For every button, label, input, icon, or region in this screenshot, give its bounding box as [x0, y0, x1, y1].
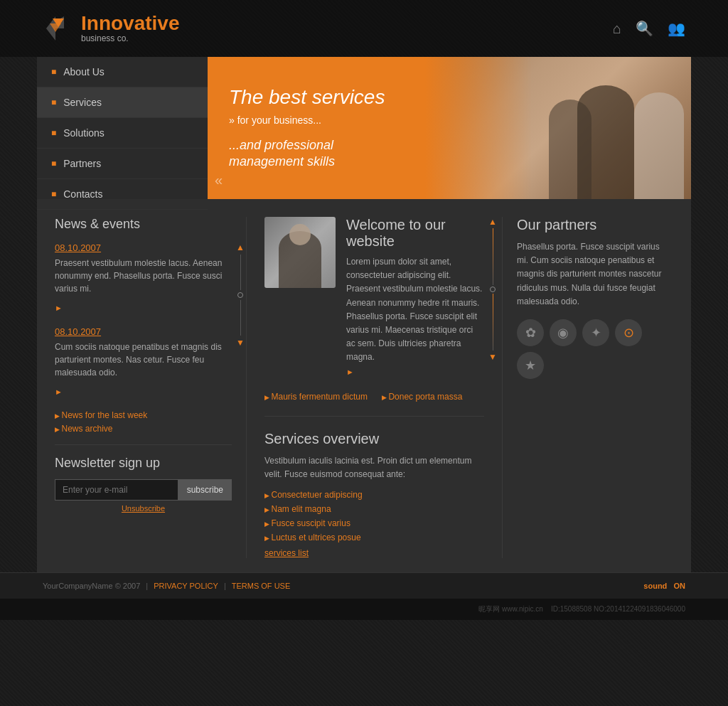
news-date-1[interactable]: 08.10.2007 [55, 242, 232, 253]
partner-icon-1[interactable]: ✿ [517, 319, 544, 346]
mid-scroll-down[interactable]: ▼ [488, 352, 497, 362]
partner-icons: ✿ ◉ ✦ ⊙ ★ [517, 319, 673, 379]
services-list-link[interactable]: services list [264, 548, 484, 558]
partners-title: Our partners [517, 217, 673, 233]
partner-icon-4[interactable]: ⊙ [615, 319, 642, 346]
nav-banner: ■ About Us ■ Services ■ Solutions [37, 57, 691, 199]
nav-item-partners[interactable]: ■ Partners [37, 149, 208, 179]
header: Innovative business co. ⌂ 🔍 👥 [0, 0, 728, 57]
banner-prev-button[interactable]: « [208, 169, 230, 192]
news-text-1: Praesent vestibulum molestie lacus. Aene… [55, 257, 232, 295]
banner-image [425, 57, 691, 199]
logo-icon [43, 13, 74, 44]
partner-icon-2[interactable]: ◉ [550, 319, 577, 346]
scroll-down-arrow-1[interactable]: ▼ [236, 338, 245, 348]
service-link-2[interactable]: Nam elit magna [264, 504, 484, 514]
footer-privacy-link[interactable]: PRIVACY POLICY [154, 582, 218, 590]
scroll-bar-2 [240, 300, 241, 336]
newsletter-section: Newsletter sign up subscribe Unsubscribe [55, 456, 232, 513]
left-column: News & events 08.10.2007 Praesent vestib… [55, 217, 247, 558]
main-nav: ■ About Us ■ Services ■ Solutions [37, 57, 208, 199]
newsletter-form: subscribe [55, 479, 232, 501]
nav-label-about: About Us [63, 66, 105, 77]
nav-item-about[interactable]: ■ About Us [37, 57, 208, 87]
news-date-2[interactable]: 08.10.2007 [55, 326, 232, 337]
unsubscribe-link[interactable]: Unsubscribe [55, 504, 232, 513]
home-icon[interactable]: ⌂ [613, 21, 621, 37]
footer-sound-status[interactable]: ON [674, 582, 686, 590]
footer-sep-1: | [146, 582, 148, 590]
banner-subtitle1: for your business... [229, 114, 385, 126]
banner-gradient [425, 57, 532, 199]
email-input[interactable] [55, 479, 178, 501]
middle-column: Welcome to our website Lorem ipsum dolor… [247, 217, 503, 558]
mid-scroll-bar [493, 228, 493, 285]
nav-label-partners: Partners [63, 158, 101, 169]
logo-text: Innovative business co. [81, 14, 179, 43]
nav-item-solutions[interactable]: ■ Solutions [37, 118, 208, 149]
logo-subtitle: business co. [81, 33, 179, 43]
nav-item-contacts[interactable]: ■ Contacts [37, 179, 208, 210]
scroll-bar-1 [240, 255, 241, 290]
welcome-section: Welcome to our website Lorem ipsum dolor… [264, 217, 484, 378]
subscribe-button[interactable]: subscribe [178, 479, 232, 501]
partners-text: Phasellus porta. Fusce suscipit varius m… [517, 240, 673, 309]
welcome-link-1[interactable]: Mauris fermentum dictum [264, 392, 368, 402]
news-text-2: Cum sociis natoque penatibus et magnis d… [55, 341, 232, 379]
news-readmore-2[interactable]: ► [55, 387, 63, 396]
content-area: News & events 08.10.2007 Praesent vestib… [37, 199, 691, 572]
news-readmore-1[interactable]: ► [55, 304, 63, 312]
banner-subtitle2: ...and professionalmanagement skills [229, 137, 385, 171]
banner-text: The best services for your business... .… [208, 72, 406, 185]
footer-sound-label: sound [643, 582, 667, 590]
welcome-link-2[interactable]: Donec porta massa [382, 392, 463, 402]
mid-divider [264, 416, 484, 417]
news-item-1: 08.10.2007 Praesent vestibulum molestie … [55, 242, 232, 314]
nav-label-services: Services [63, 97, 102, 108]
nav-label-contacts: Contacts [63, 188, 102, 200]
watermark-text: 昵享网 www.nipic.cn [478, 605, 543, 613]
link-archive[interactable]: News archive [55, 424, 232, 434]
footer-copyright: YourCompanyName © 2007 [43, 582, 140, 590]
footer-right: sound ON [643, 582, 685, 590]
scroll-indicator-1: ▲ ▼ [236, 242, 245, 348]
services-title: Services overview [264, 431, 484, 447]
welcome-read-more[interactable]: ► [346, 368, 354, 376]
divider-1 [55, 444, 232, 445]
news-links: News for the last week News archive [55, 410, 232, 434]
three-column-layout: News & events 08.10.2007 Praesent vestib… [55, 217, 673, 558]
account-icon[interactable]: 👥 [668, 20, 685, 37]
welcome-title: Welcome to our website [346, 217, 484, 250]
nav-bullet: ■ [51, 67, 56, 77]
search-icon[interactable]: 🔍 [636, 20, 653, 37]
logo-title: Innovative [81, 14, 179, 33]
partner-icon-5[interactable]: ★ [517, 352, 544, 379]
footer-terms-link[interactable]: TERMS OF USE [232, 582, 291, 590]
footer-left: YourCompanyName © 2007 | PRIVACY POLICY … [43, 582, 290, 590]
service-link-3[interactable]: Fusce suscipit varius [264, 518, 484, 528]
link-last-week[interactable]: News for the last week [55, 410, 232, 420]
welcome-text: Welcome to our website Lorem ipsum dolor… [346, 217, 484, 378]
welcome-avatar [264, 217, 336, 288]
news-item-2: 08.10.2007 Cum sociis natoque penatibus … [55, 326, 232, 397]
nav-bullet: ■ [51, 189, 56, 199]
footer-sep-2: | [224, 582, 226, 590]
services-section: Services overview Vestibulum iaculis lac… [264, 431, 484, 558]
nav-bullet: ■ [51, 159, 56, 169]
partner-icon-3[interactable]: ✦ [582, 319, 609, 346]
mid-scroll-indicator: ▲ ▼ [488, 217, 497, 362]
scroll-dot-1 [237, 292, 243, 298]
watermark: 昵享网 www.nipic.cn ID:15088508 NO:20141224… [0, 599, 728, 620]
service-link-4[interactable]: Luctus et ultrices posue [264, 533, 484, 542]
watermark-id: ID:15088508 NO:20141224091836046000 [551, 605, 685, 613]
right-column: Our partners Phasellus porta. Fusce susc… [503, 217, 673, 558]
news-section-title: News & events [55, 217, 232, 232]
nav-item-services[interactable]: ■ Services [37, 87, 208, 118]
scroll-up-arrow-1[interactable]: ▲ [236, 242, 245, 252]
welcome-links: Mauris fermentum dictum Donec porta mass… [264, 392, 484, 402]
mid-scroll-up[interactable]: ▲ [488, 217, 497, 227]
header-icons: ⌂ 🔍 👥 [613, 20, 685, 37]
nav-bullet: ■ [51, 97, 56, 107]
services-links: Consectetuer adipiscing Nam elit magna F… [264, 490, 484, 542]
service-link-1[interactable]: Consectetuer adipiscing [264, 490, 484, 500]
